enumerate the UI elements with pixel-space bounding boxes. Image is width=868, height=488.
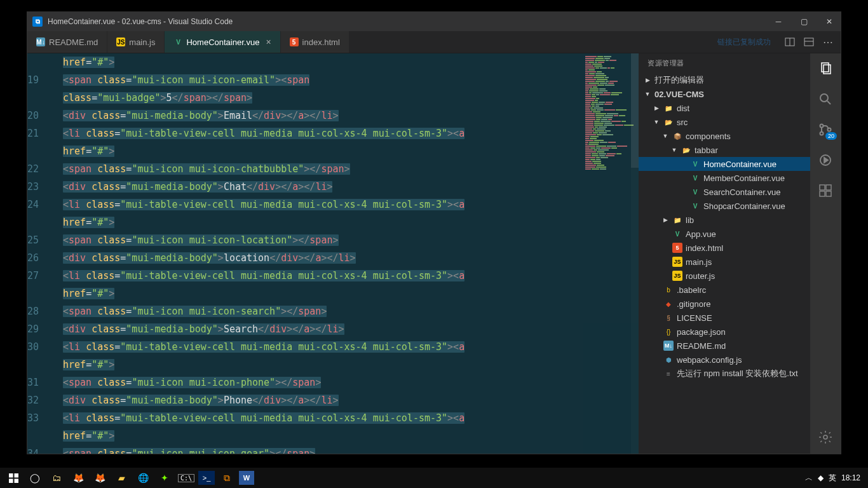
layout-icon[interactable] xyxy=(804,37,814,47)
code-line[interactable]: <div class="mui-media-body">Phone</div><… xyxy=(63,391,583,409)
code-line[interactable]: href="#"> xyxy=(63,142,583,160)
svg-point-8 xyxy=(820,125,824,128)
tree-item-package-json[interactable]: {}package.json xyxy=(639,325,810,339)
code-line[interactable]: <li class="mui-table-view-cell mui-media… xyxy=(63,267,583,285)
tree-item-src[interactable]: ▼📂src xyxy=(639,115,810,129)
code-line[interactable]: <span class="mui-icon mui-icon-email"><s… xyxy=(63,71,583,89)
tree-item-main-js[interactable]: JSmain.js xyxy=(639,255,810,269)
tree-item--gitignore[interactable]: ◆.gitignore xyxy=(639,297,810,311)
tree-item-ShopcarContainer-vue[interactable]: VShopcarContainer.vue xyxy=(639,199,810,213)
js-file-icon: JS xyxy=(116,37,125,46)
code-line[interactable]: href="#"> xyxy=(63,214,583,231)
tree-item--[interactable]: ▶打开的编辑器 xyxy=(639,73,810,87)
svg-marker-12 xyxy=(824,158,828,163)
tree-item-02-VUE-CMS[interactable]: ▼02.VUE-CMS xyxy=(639,87,810,101)
line-number: 31 xyxy=(27,374,50,391)
code-line[interactable]: <li class="mui-table-view-cell mui-media… xyxy=(63,409,583,427)
search-icon[interactable] xyxy=(817,90,834,108)
vue-icon: V xyxy=(690,159,700,169)
tree-item-index-html[interactable]: 5index.html xyxy=(639,241,810,255)
code-line[interactable]: class="mui-badge">5</span></span> xyxy=(63,89,583,107)
cortana-icon[interactable]: ◯ xyxy=(25,469,44,487)
line-number xyxy=(27,142,50,160)
tab-label: index.html xyxy=(302,37,340,47)
maximize-button[interactable]: ▢ xyxy=(797,15,810,28)
code-line[interactable]: <span class="mui-icon mui-icon-phone"></… xyxy=(63,374,583,391)
line-number: 27 xyxy=(27,267,50,285)
powershell-icon[interactable]: >_ xyxy=(198,471,215,485)
extensions-icon[interactable] xyxy=(817,182,834,200)
svg-rect-20 xyxy=(9,478,13,483)
firefox-dev-icon[interactable]: 🦊 xyxy=(90,469,109,487)
code-line[interactable]: <div class="mui-media-body">location</di… xyxy=(63,249,583,267)
tree-item--babelrc[interactable]: b.babelrc xyxy=(639,283,810,297)
code-line[interactable]: <span class="mui-icon mui-icon-gear"></s… xyxy=(63,445,583,454)
code-line[interactable]: <div class="mui-media-body">Email</div><… xyxy=(63,107,583,125)
svg-rect-4 xyxy=(822,63,829,72)
code-line[interactable]: <li class="mui-table-view-cell mui-media… xyxy=(63,338,583,356)
code-line[interactable]: href="#"> xyxy=(63,53,583,71)
code-line[interactable]: <span class="mui-icon mui-icon-location"… xyxy=(63,231,583,249)
files-icon[interactable] xyxy=(817,60,834,78)
debug-icon[interactable] xyxy=(817,151,834,169)
tree-item-tabbar[interactable]: ▼📂tabbar xyxy=(639,143,810,157)
scrollbar[interactable] xyxy=(631,53,639,454)
txt-icon: ≡ xyxy=(663,369,674,379)
split-editor-icon[interactable] xyxy=(785,37,795,47)
tab-README-md[interactable]: M↓README.md xyxy=(27,31,107,53)
chrome-icon[interactable]: 🌐 xyxy=(133,469,153,487)
clock[interactable]: 18:12 xyxy=(841,473,860,482)
code-line[interactable]: <div class="mui-media-body">Chat</div></… xyxy=(63,178,583,196)
tree-item-LICENSE[interactable]: §LICENSE xyxy=(639,311,810,325)
file-explorer-icon[interactable]: 🗂 xyxy=(47,469,66,487)
tray-chevron-icon[interactable]: ︿ xyxy=(805,473,813,484)
code-line[interactable]: <div class="mui-media-body">Search</div>… xyxy=(63,320,583,338)
minimap[interactable] xyxy=(583,53,639,454)
tree-item-router-js[interactable]: JSrouter.js xyxy=(639,269,810,283)
tree-item-lib[interactable]: ▶📁lib xyxy=(639,213,810,227)
tree-item-MemberContainer-vue[interactable]: VMemberContainer.vue xyxy=(639,171,810,185)
tree-item-components[interactable]: ▼📦components xyxy=(639,129,810,143)
word-icon[interactable]: W xyxy=(239,471,254,485)
tree-item--npm-install-txt[interactable]: ≡先运行 npm install 安装依赖包.txt xyxy=(639,367,810,381)
tab-close-icon[interactable]: × xyxy=(266,37,271,47)
tab-main-js[interactable]: JSmain.js xyxy=(107,31,165,53)
code-line[interactable]: href="#"> xyxy=(63,356,583,374)
vue-file-icon: V xyxy=(173,37,182,46)
tree-item-label: MemberContainer.vue xyxy=(703,173,785,183)
svg-rect-19 xyxy=(14,473,18,478)
tree-item-README-md[interactable]: M↓README.md xyxy=(639,339,810,353)
code-line[interactable]: <span class="mui-icon mui-icon-chatbubbl… xyxy=(63,160,583,178)
code-line[interactable]: <li class="mui-table-view-cell mui-media… xyxy=(63,125,583,142)
code-content[interactable]: href="#"> <span class="mui-icon mui-icon… xyxy=(63,53,583,454)
tree-item-HomeContainer-vue[interactable]: VHomeContainer.vue xyxy=(639,157,810,171)
app-2-icon[interactable]: ✦ xyxy=(155,469,174,487)
scroll-thumb[interactable] xyxy=(631,53,639,168)
tree-item-dist[interactable]: ▶📁dist xyxy=(639,101,810,115)
vscode-taskbar-icon[interactable]: ⧉ xyxy=(217,469,236,487)
code-line[interactable]: <span class="mui-icon mui-icon-search"><… xyxy=(63,302,583,320)
code-editor[interactable]: 19202122232425262728293031323334 href="#… xyxy=(27,53,639,454)
source-control-icon[interactable]: 20 xyxy=(817,121,834,139)
settings-gear-icon[interactable] xyxy=(817,428,834,446)
tree-item-SearchContainer-vue[interactable]: VSearchContainer.vue xyxy=(639,185,810,199)
terminal-icon[interactable]: C:\ xyxy=(177,469,196,487)
minimize-button[interactable]: ─ xyxy=(772,15,785,28)
chevron-icon: ▼ xyxy=(670,147,678,153)
tab-label: main.js xyxy=(129,37,155,47)
tree-item-webpack-config-js[interactable]: ⬢webpack.config.js xyxy=(639,353,810,367)
code-line[interactable]: href="#"> xyxy=(63,285,583,302)
close-button[interactable]: ✕ xyxy=(823,15,836,28)
tabs-bar: M↓README.mdJSmain.jsVHomeContainer.vue×5… xyxy=(27,31,841,53)
firefox-icon[interactable]: 🦊 xyxy=(69,469,88,487)
tab-index-html[interactable]: 5index.html xyxy=(281,31,349,53)
start-button[interactable] xyxy=(4,469,23,487)
tree-item-App-vue[interactable]: VApp.vue xyxy=(639,227,810,241)
code-line[interactable]: <li class="mui-table-view-cell mui-media… xyxy=(63,196,583,214)
app-1-icon[interactable]: ▰ xyxy=(112,469,131,487)
ime-indicator[interactable]: 英 xyxy=(829,473,836,484)
more-actions-icon[interactable]: ⋯ xyxy=(823,36,833,48)
tray-app-icon[interactable]: ◆ xyxy=(818,473,824,482)
tab-HomeContainer-vue[interactable]: VHomeContainer.vue× xyxy=(165,31,280,53)
code-line[interactable]: href="#"> xyxy=(63,427,583,445)
